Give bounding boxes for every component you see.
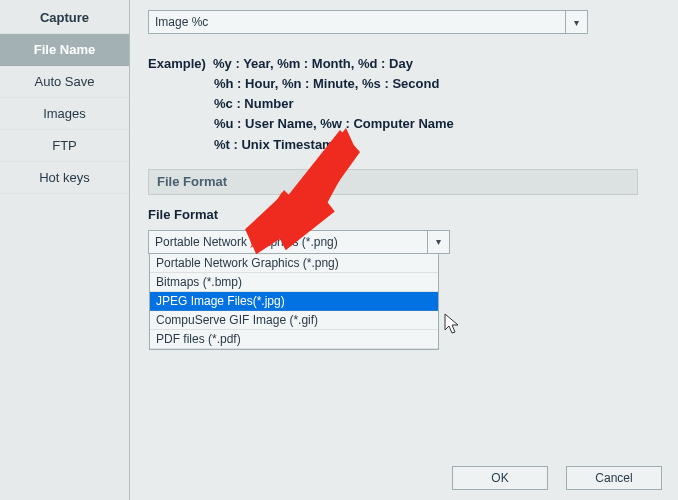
ok-button[interactable]: OK: [452, 466, 548, 490]
sidebar-item-auto-save[interactable]: Auto Save: [0, 66, 129, 98]
example-line-2: %h : Hour, %n : Minute, %s : Second: [214, 74, 660, 94]
section-bar-label: File Format: [157, 174, 227, 189]
example-line-5: %t : Unix Timestamp: [214, 135, 660, 155]
dropdown-item-pdf[interactable]: PDF files (*.pdf): [150, 330, 438, 349]
dropdown-item-jpg[interactable]: JPEG Image Files(*.jpg): [150, 292, 438, 311]
filename-pattern-value: Image %c: [155, 15, 208, 29]
example-label: Example): [148, 56, 206, 71]
sidebar-item-file-name[interactable]: File Name: [0, 34, 129, 66]
file-format-dropdown: Portable Network Graphics (*.png) Bitmap…: [149, 253, 439, 350]
sidebar-item-hot-keys[interactable]: Hot keys: [0, 162, 129, 194]
sidebar-item-ftp[interactable]: FTP: [0, 130, 129, 162]
dropdown-item-bmp[interactable]: Bitmaps (*.bmp): [150, 273, 438, 292]
chevron-down-icon[interactable]: ▾: [427, 231, 449, 253]
filename-pattern-combo[interactable]: Image %c ▾: [148, 10, 588, 34]
file-format-combo[interactable]: Portable Network Graphics (*.png) ▾ Port…: [148, 230, 450, 254]
dropdown-item-gif[interactable]: CompuServe GIF Image (*.gif): [150, 311, 438, 330]
sidebar-item-capture[interactable]: Capture: [0, 2, 129, 34]
file-format-label: File Format: [148, 207, 660, 222]
section-bar-file-format: File Format: [148, 169, 638, 195]
example-line-3: %c : Number: [214, 94, 660, 114]
dialog-footer: OK Cancel: [452, 466, 662, 490]
content-panel: Image %c ▾ Example) %y : Year, %m : Mont…: [130, 0, 678, 500]
sidebar-item-images[interactable]: Images: [0, 98, 129, 130]
cancel-button[interactable]: Cancel: [566, 466, 662, 490]
example-text: Example) %y : Year, %m : Month, %d : Day…: [148, 54, 660, 155]
example-line-1: %y : Year, %m : Month, %d : Day: [213, 56, 413, 71]
dropdown-item-png[interactable]: Portable Network Graphics (*.png): [150, 254, 438, 273]
example-line-4: %u : User Name, %w : Computer Name: [214, 114, 660, 134]
chevron-down-icon[interactable]: ▾: [565, 11, 587, 33]
file-format-selected: Portable Network Graphics (*.png): [155, 235, 338, 249]
sidebar: Capture File Name Auto Save Images FTP H…: [0, 0, 130, 500]
